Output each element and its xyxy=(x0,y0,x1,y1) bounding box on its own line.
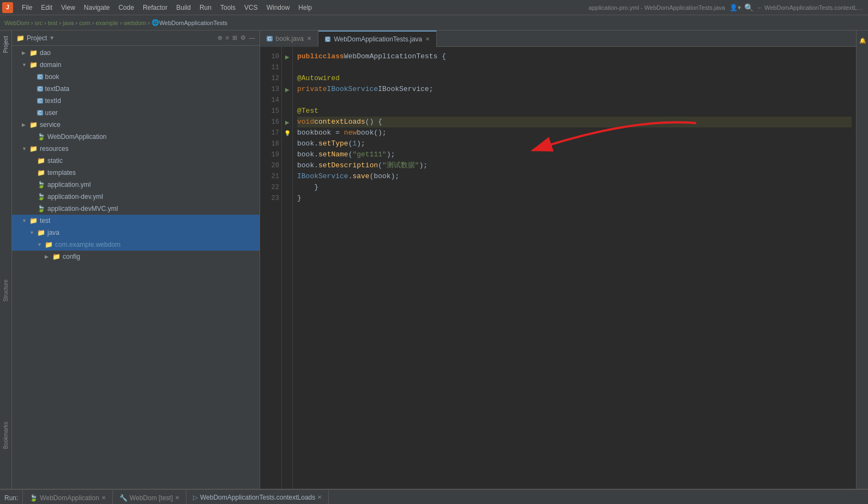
java-label: java xyxy=(47,229,59,236)
collapse-icon[interactable]: ≡ xyxy=(226,34,229,41)
code-line-11 xyxy=(297,62,852,73)
book-label: book xyxy=(45,73,59,81)
gutter-icon-13[interactable]: ▶ xyxy=(282,84,292,95)
project-dropdown[interactable]: ▼ xyxy=(49,35,55,41)
tree-dao[interactable]: ▶ 📁 dao xyxy=(12,47,260,59)
sidebar-tab-project[interactable]: Project xyxy=(1,33,10,56)
menu-window[interactable]: Window xyxy=(262,3,294,13)
bottom-tab-webdomapp-close[interactable]: ✕ xyxy=(101,495,106,501)
tree-java[interactable]: ▼ 📁 java xyxy=(12,227,260,239)
tree-textdata[interactable]: C textData xyxy=(12,83,260,95)
breadcrumb-class[interactable]: 🌐 xyxy=(152,19,159,26)
gutter-icon-10[interactable]: ▶ xyxy=(282,51,292,62)
menu-build[interactable]: Build xyxy=(172,3,195,13)
structure-tab[interactable]: Structure xyxy=(1,276,10,305)
menu-tools[interactable]: Tools xyxy=(216,3,240,13)
search-icon[interactable]: 🔍 xyxy=(744,3,754,12)
bottom-tab-webdomapp[interactable]: 🍃 WebDomApplication ✕ xyxy=(23,490,113,505)
line-numbers: 10 11 12 13 14 15 16 17 18 19 20 21 22 2… xyxy=(260,47,282,489)
breadcrumb-test[interactable]: test xyxy=(48,20,58,26)
tree-application-devmvc-yml[interactable]: 🍃 application-devMVC.yml xyxy=(12,203,260,215)
user-icon[interactable]: 👤▾ xyxy=(730,4,741,11)
tree-config[interactable]: ▶ 📁 config xyxy=(12,251,260,263)
bottom-tab-webdomtest-close[interactable]: ✕ xyxy=(175,495,179,501)
breadcrumb-example[interactable]: example xyxy=(95,20,118,26)
gutter-bulb-16[interactable]: 💡 xyxy=(282,127,292,138)
tree-application-yml[interactable]: 🍃 application.yml xyxy=(12,179,260,191)
tree-textid[interactable]: C textId xyxy=(12,95,260,107)
bottom-tab-webdomtest[interactable]: 🔧 WebDom [test] ✕ xyxy=(113,490,186,505)
code-line-14 xyxy=(297,95,852,106)
textid-label: textId xyxy=(45,97,61,105)
gutter-spacer-12 xyxy=(282,73,292,84)
bookmarks-tab[interactable]: Bookmarks xyxy=(1,418,10,452)
bottom-tab-contextloads-label: WebDomApplicationTests.contextLoads xyxy=(200,494,315,501)
arrow-java: ▼ xyxy=(29,230,37,235)
menu-view[interactable]: View xyxy=(57,3,80,13)
package-label: com.example.webdom xyxy=(55,241,120,248)
bottom-tab-contextloads-close[interactable]: ✕ xyxy=(317,494,322,500)
code-editor[interactable]: 10 11 12 13 14 15 16 17 18 19 20 21 22 2… xyxy=(260,47,856,489)
breadcrumb-webdom[interactable]: WebDom xyxy=(4,20,29,26)
breadcrumb-com[interactable]: com xyxy=(79,20,91,26)
menu-help[interactable]: Help xyxy=(294,3,316,13)
tree-application-dev-yml[interactable]: 🍃 application-dev.yml xyxy=(12,191,260,203)
tab-webdomtests[interactable]: C WebDomApplicationTests.java ✕ xyxy=(318,31,437,47)
breadcrumb-java[interactable]: java xyxy=(63,20,74,26)
tree-resources[interactable]: ▼ 📁 resources xyxy=(12,143,260,155)
tree-book[interactable]: C book xyxy=(12,71,260,83)
appdevyml-label: application-dev.yml xyxy=(47,193,103,201)
menu-navigate[interactable]: Navigate xyxy=(80,3,114,13)
code-line-18: book.setType(1); xyxy=(297,138,852,149)
code-line-16: void contextLoads() { xyxy=(297,117,852,127)
arrow-resources: ▼ xyxy=(22,146,29,151)
close-icon[interactable]: — xyxy=(249,34,255,41)
tree-templates[interactable]: 📁 templates xyxy=(12,167,260,179)
project-title: Project xyxy=(27,34,47,42)
breadcrumb-last[interactable]: WebDomApplicationTests xyxy=(159,20,227,26)
tree-static[interactable]: 📁 static xyxy=(12,155,260,167)
tree-service[interactable]: ▶ 📁 service xyxy=(12,119,260,131)
gutter-icon-16[interactable]: ▶ xyxy=(282,117,292,127)
resources-label: resources xyxy=(40,145,69,153)
locate-icon[interactable]: ⊕ xyxy=(218,34,222,41)
dao-label: dao xyxy=(40,49,51,57)
tab-webdomtests-close[interactable]: ✕ xyxy=(425,36,430,42)
breadcrumb-src[interactable]: src xyxy=(34,20,43,26)
tab-webdomtests-label: WebDomApplicationTests.java xyxy=(334,35,422,43)
gear-icon[interactable]: ⚙ xyxy=(240,34,246,41)
bottom-tab-contextloads[interactable]: ▷ WebDomApplicationTests.contextLoads ✕ xyxy=(186,490,329,505)
code-content[interactable]: public class WebDomApplicationTests { @A… xyxy=(293,47,856,489)
textdata-label: textData xyxy=(45,85,70,93)
webdomapp-label: WebDomApplication xyxy=(47,133,107,141)
test-label: test xyxy=(40,217,50,224)
tab-book[interactable]: C book.java ✕ xyxy=(260,31,318,47)
tree-test[interactable]: ▼ 📁 test xyxy=(12,215,260,227)
tree-package[interactable]: ▼ 📁 com.example.webdom xyxy=(12,239,260,251)
config-label: config xyxy=(63,253,80,260)
gutter-spacer-15 xyxy=(282,106,292,117)
tree-domain[interactable]: ▼ 📁 domain xyxy=(12,59,260,71)
tab-book-close[interactable]: ✕ xyxy=(307,35,311,41)
project-panel: 📁 Project ▼ ⊕ ≡ ⊞ ⚙ — ▶ 📁 dao ▼ xyxy=(12,31,260,489)
tree-user[interactable]: C user xyxy=(12,107,260,119)
menu-refactor[interactable]: Refactor xyxy=(138,3,172,13)
menu-vcs[interactable]: VCS xyxy=(240,3,262,13)
arrow-config: ▶ xyxy=(45,254,52,259)
bottom-panel: Run: 🍃 WebDomApplication ✕ 🔧 WebDom [tes… xyxy=(0,489,868,504)
right-tab-notifications[interactable]: 🔔 xyxy=(858,33,867,48)
breadcrumb-nav: ← WebDomApplicationTests.contextLoads xyxy=(757,4,866,11)
menu-code[interactable]: Code xyxy=(114,3,138,13)
menu-file[interactable]: File xyxy=(17,3,37,13)
tab-book-label: book.java xyxy=(276,35,304,42)
code-line-13: private IBookService IBookService; xyxy=(297,84,852,95)
expand-icon[interactable]: ⊞ xyxy=(232,34,237,41)
menu-edit[interactable]: Edit xyxy=(37,3,57,13)
breadcrumb-webdom2[interactable]: webdom xyxy=(124,20,147,26)
menu-run[interactable]: Run xyxy=(195,3,216,13)
code-line-22: } xyxy=(297,182,852,193)
project-tree: ▶ 📁 dao ▼ 📁 domain C book xyxy=(12,46,260,489)
tree-webdomapp[interactable]: 🍃 WebDomApplication xyxy=(12,131,260,143)
user-label: user xyxy=(45,109,58,117)
bottom-tabs: Run: 🍃 WebDomApplication ✕ 🔧 WebDom [tes… xyxy=(0,490,868,504)
